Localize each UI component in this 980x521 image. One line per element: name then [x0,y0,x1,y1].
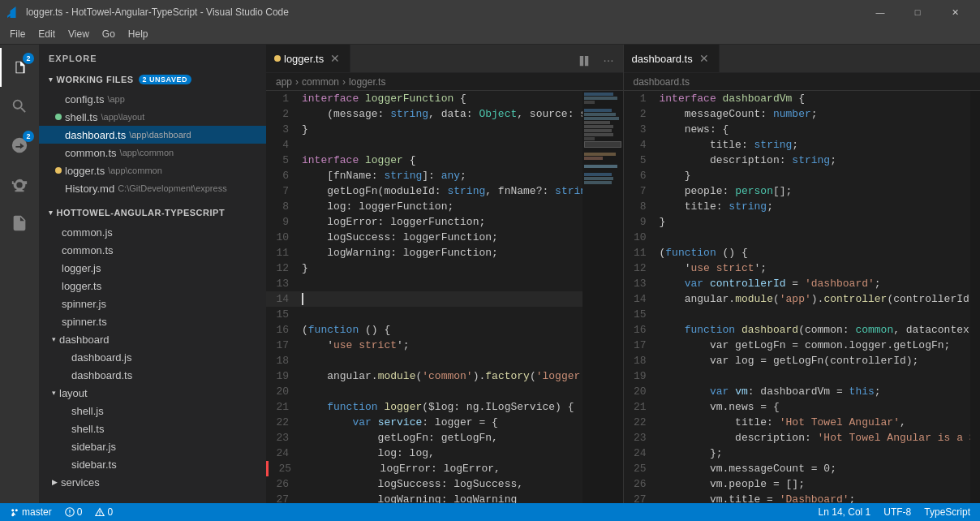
code-line: 23 getLogFn: getLogFn, [266,430,582,446]
tree-shell-js[interactable]: shell.js [39,402,266,420]
tree-sidebar-ts[interactable]: sidebar.ts [39,455,266,473]
left-breadcrumb: app › common › logger.ts [266,73,623,91]
working-file-shell[interactable]: shell.ts \app\layout [39,108,266,126]
minimize-button[interactable]: — [862,0,899,24]
left-minimap [582,91,623,503]
menu-file[interactable]: File [3,24,32,45]
folder-services[interactable]: ▶ services [39,473,266,491]
code-line: 24 }; [624,446,971,461]
code-line: 8 log: loggerFunction; [266,199,582,214]
working-file-common[interactable]: common.ts \app\common [39,144,266,161]
code-line: 2 (message: string, data: Object, source… [266,106,582,122]
code-line: 20 [266,384,582,399]
right-code-area[interactable]: 1interface dashboardVm { 2 messageCount:… [624,91,971,503]
left-code-area[interactable]: 1interface loggerFunction { 2 (message: … [266,91,582,503]
svg-point-1 [12,513,14,515]
dot-logger [55,167,62,174]
status-language[interactable]: TypeScript [921,503,974,521]
left-tab-logger[interactable]: logger.ts ✕ [266,45,350,72]
working-file-logger[interactable]: logger.ts \app\common [39,161,266,179]
left-tab-close[interactable]: ✕ [329,52,342,65]
titlebar: logger.ts - HotTowel-Angular-TypeScript … [0,0,980,24]
code-line: 5interface logger { [266,153,582,168]
code-line: 18 var log = getLogFn(controllerId); [624,353,971,368]
folder-dashboard[interactable]: ▾ dashboard [39,330,266,348]
sidebar-content: ▾ WORKING FILES 2 UNSAVED config.ts \app… [39,69,266,503]
menu-edit[interactable]: Edit [32,24,62,45]
code-line: 7 getLogFn(moduleId: string, fnName?: st… [266,183,582,199]
code-line: 21 vm.news = { [624,399,971,415]
code-line: 1interface loggerFunction { [266,91,582,106]
tree-dashboard-js[interactable]: dashboard.js [39,348,266,366]
status-git-branch[interactable]: master [6,503,55,521]
code-line: 6 [fnName: string]: any; [266,168,582,183]
right-tab-close[interactable]: ✕ [698,52,711,65]
code-line: 15 [624,307,971,322]
tree-common-js[interactable]: common.js [39,223,266,241]
tree-shell-ts[interactable]: shell.ts [39,420,266,437]
working-file-dashboard[interactable]: dashboard.ts \app\dashboard [39,126,266,144]
close-button[interactable]: ✕ [936,0,974,24]
code-line: 12} [266,260,582,276]
code-line: 14 angular.module('app').controller(cont… [624,291,971,307]
svg-point-8 [100,514,101,515]
tree-logger-js[interactable]: logger.js [39,259,266,277]
code-line: 16(function () { [266,322,582,338]
status-errors[interactable]: 0 [62,503,86,521]
folder-layout[interactable]: ▾ layout [39,384,266,402]
split-editor-button[interactable] [573,50,595,72]
activity-search[interactable] [0,87,39,126]
activity-explorer[interactable]: 2 [0,48,39,87]
sidebar-header: EXPLORE [39,45,266,69]
tree-dashboard-ts[interactable]: dashboard.ts [39,366,266,384]
statusbar: master 0 0 Ln 14, Col 1 UTF-8 TypeScript [0,503,980,521]
status-warnings[interactable]: 0 [92,503,116,521]
code-line: 10 logSuccess: loggerFunction; [266,230,582,245]
right-editor-pane: dashboard.ts ✕ dashboard.ts 1interface d… [624,45,981,503]
code-line: 9 logError: loggerFunction; [266,214,582,230]
working-file-history[interactable]: History.md C:\GitDevelopment\express [39,179,266,197]
tree-logger-ts[interactable]: logger.ts [39,277,266,295]
menu-help[interactable]: Help [122,24,155,45]
code-line: 8 title: string; [624,199,971,214]
working-file-config[interactable]: config.ts \app [39,90,266,108]
activity-debug[interactable] [0,165,39,204]
status-encoding[interactable]: UTF-8 [880,503,914,521]
project-header[interactable]: ▾ HOTTOWEL-ANGULAR-TYPESCRIPT [39,202,266,223]
activity-extensions[interactable] [0,204,39,243]
git-badge: 2 [23,131,34,142]
folder-services-chevron: ▶ [52,478,58,486]
activity-bar: 2 2 [0,45,39,503]
code-line: 5 description: string; [624,153,971,168]
code-line: 24 log: log, [266,446,582,461]
status-cursor-pos[interactable]: Ln 14, Col 1 [815,503,875,521]
tree-common-ts[interactable]: common.ts [39,241,266,259]
code-line-cursor: 14 [266,291,582,307]
app-icon [6,6,19,19]
menu-view[interactable]: View [62,24,96,45]
editor-area: logger.ts ✕ app › common [266,45,980,503]
project-chevron: ▾ [49,209,54,217]
working-files-chevron: ▾ [49,75,54,84]
tree-spinner-ts[interactable]: spinner.ts [39,312,266,330]
folder-layout-chevron: ▾ [52,389,56,397]
code-line: 1interface dashboardVm { [624,91,971,106]
code-line: 9} [624,214,971,230]
explorer-badge: 2 [23,53,34,64]
code-line: 23 description: 'Hot Towel Angular is a … [624,430,971,446]
svg-point-0 [12,510,14,511]
left-editor-content: 1interface loggerFunction { 2 (message: … [266,91,623,503]
code-line: 19 [624,368,971,384]
maximize-button[interactable]: □ [899,0,936,24]
tree-sidebar-js[interactable]: sidebar.js [39,437,266,455]
activity-git[interactable]: 2 [0,126,39,165]
code-line: 25 vm.messageCount = 0; [624,461,971,476]
code-line: 4 title: string; [624,137,971,153]
tree-spinner-js[interactable]: spinner.js [39,295,266,312]
right-tab-dashboard[interactable]: dashboard.ts ✕ [624,45,720,72]
working-files-header[interactable]: ▾ WORKING FILES 2 UNSAVED [39,69,266,90]
code-line: 11 logWarning: loggerFunction; [266,245,582,260]
menu-go[interactable]: Go [96,24,122,45]
more-actions-button[interactable] [597,50,620,72]
code-line: 4 [266,137,582,153]
